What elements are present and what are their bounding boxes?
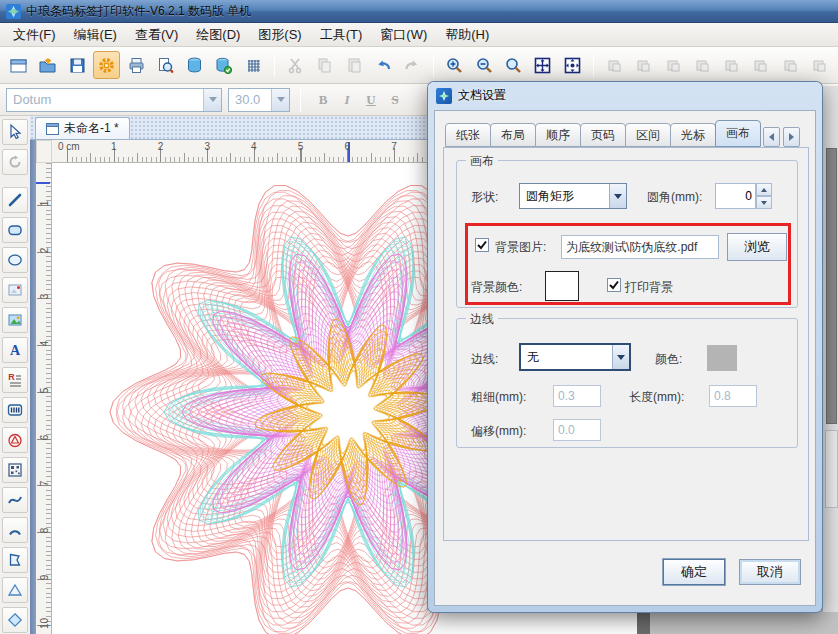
tool-arc-button[interactable] [2,517,28,543]
print-button[interactable] [122,51,149,79]
shape-combobox[interactable]: 圆角矩形 [519,183,627,209]
background-color-swatch[interactable] [545,271,579,301]
length-field[interactable] [709,385,757,407]
save-button[interactable] [64,51,91,79]
spin-down-button[interactable] [756,196,772,209]
dialog-tab-光标[interactable]: 光标 [670,123,716,147]
font-family-combobox[interactable]: Dotum [6,88,222,112]
border-color-swatch[interactable] [707,345,737,371]
group-button[interactable] [601,51,628,79]
print-background-checkbox[interactable] [607,278,621,292]
background-image-path-field[interactable] [561,235,719,259]
menu-item-2[interactable]: 查看(V) [126,23,187,47]
tool-picture-button[interactable] [2,307,28,333]
bring-front-button[interactable] [659,51,686,79]
title-bar[interactable]: 中琅条码标签打印软件-V6.2.1 数码版 单机 [0,0,838,23]
line-icon [6,191,24,209]
lock-button[interactable] [718,51,745,79]
tool-seal-button[interactable] [2,427,28,453]
menu-item-3[interactable]: 绘图(D) [187,23,249,47]
spacing-button[interactable] [806,51,833,79]
menu-item-0[interactable]: 文件(F) [4,23,65,47]
dialog-tab-页码[interactable]: 页码 [580,123,626,147]
print-preview-button[interactable] [152,51,179,79]
menu-item-7[interactable]: 帮助(H) [436,23,498,47]
cut-button[interactable] [282,51,309,79]
grid-button[interactable] [240,51,267,79]
redo-button[interactable] [399,51,426,79]
copy-button[interactable] [311,51,338,79]
tab-scroll-right-button[interactable] [783,127,800,147]
undo-button[interactable] [370,51,397,79]
tool-line-button[interactable] [2,187,28,213]
font-size-dropdown-button[interactable] [271,89,289,111]
chevron-down-icon [614,194,622,199]
cancel-button[interactable]: 取消 [739,559,801,585]
tool-curve-button[interactable] [2,487,28,513]
ok-button[interactable]: 确定 [663,559,725,585]
zoom-in-button[interactable] [441,51,468,79]
menu-item-4[interactable]: 图形(S) [249,23,310,47]
dialog-tab-纸张[interactable]: 纸张 [445,123,491,147]
dialog-tab-布局[interactable]: 布局 [490,123,536,147]
fit-all-button[interactable] [559,51,586,79]
scrollbar-thumb[interactable] [826,148,837,424]
corner-radius-input[interactable] [715,183,756,209]
dialog-tab-画布[interactable]: 画布 [715,120,761,147]
send-back-button[interactable] [689,51,716,79]
tab-scroll-left-button[interactable] [763,127,780,147]
application-window: 中琅条码标签打印软件-V6.2.1 数码版 单机 文件(F)编辑(E)查看(V)… [0,0,838,634]
v-ruler-number: 5 [39,382,50,398]
zoom-button[interactable] [500,51,527,79]
shape-dropdown-button[interactable] [609,184,626,208]
tool-select-button[interactable] [2,119,28,145]
tool-rounded-rect-button[interactable] [2,217,28,243]
tool-polygon-button[interactable] [2,547,28,573]
document-settings-icon [97,56,116,75]
dialog-tab-区间[interactable]: 区间 [625,123,671,147]
zoom-out-button[interactable] [471,51,498,79]
database-button[interactable] [181,51,208,79]
database-connect-button[interactable] [210,51,237,79]
tool-qrcode-button[interactable] [2,457,28,483]
grid-icon [244,56,263,75]
tool-image-frame-button[interactable] [2,277,28,303]
paste-button[interactable] [340,51,367,79]
dialog-titlebar[interactable]: 文档设置 [428,82,822,109]
underline-button[interactable]: U [359,89,383,111]
align-button[interactable] [747,51,774,79]
tool-text-button[interactable]: A [2,337,28,363]
tool-diamond-button[interactable] [2,607,28,633]
open-file-button[interactable] [34,51,61,79]
v-ruler-number: 10 [39,616,50,632]
ungroup-button[interactable] [630,51,657,79]
menu-item-1[interactable]: 编辑(E) [65,23,126,47]
background-image-checkbox[interactable] [475,238,489,252]
thickness-field[interactable] [553,385,601,407]
spin-up-button[interactable] [756,183,772,196]
tool-triangle-button[interactable] [2,577,28,603]
border-line-dropdown-button[interactable] [612,345,629,369]
tool-ellipse-button[interactable] [2,247,28,273]
vertical-ruler[interactable]: 12345678910 [36,163,52,634]
tool-rotate-button[interactable] [2,149,28,175]
tool-barcode-button[interactable] [2,397,28,423]
browse-button[interactable]: 浏览 [727,233,787,261]
menu-item-6[interactable]: 窗口(W) [371,23,436,47]
bold-button[interactable]: B [311,89,335,111]
document-tab[interactable]: 未命名-1 * [35,117,130,139]
offset-field[interactable] [553,419,601,441]
font-size-combobox[interactable]: 30.0 [228,88,290,112]
dialog-tab-顺序[interactable]: 顺序 [535,123,581,147]
ruler-position-marker [36,182,50,184]
italic-button[interactable]: I [335,89,359,111]
distribute-button[interactable] [777,51,804,79]
border-line-combobox[interactable]: 无 [519,343,631,371]
strikethrough-button[interactable]: S [383,89,407,111]
document-settings-button[interactable] [93,51,120,79]
fit-window-button[interactable] [529,51,556,79]
tool-rich-text-button[interactable]: R [2,367,28,393]
font-family-dropdown-button[interactable] [203,89,221,111]
menu-item-5[interactable]: 工具(T) [311,23,372,47]
new-document-button[interactable] [5,51,32,79]
